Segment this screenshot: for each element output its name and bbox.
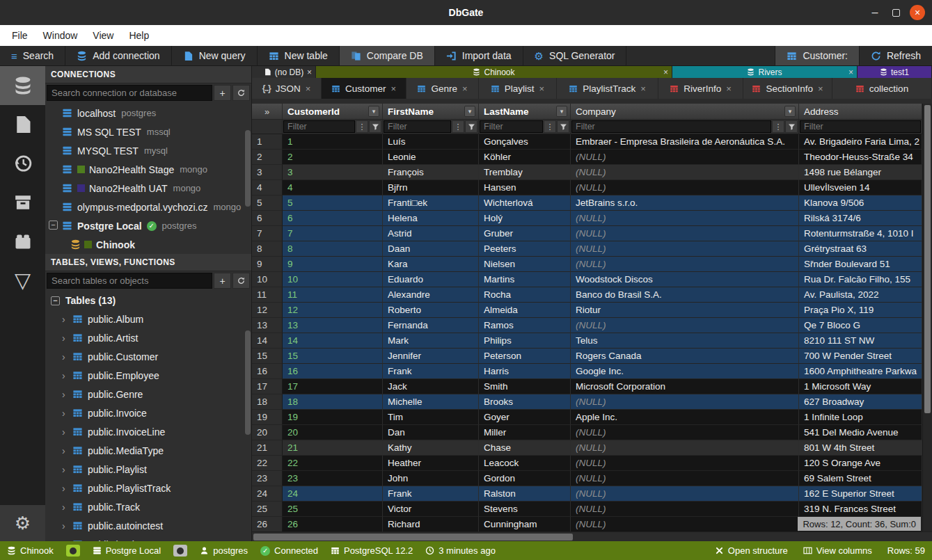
filter-input[interactable] xyxy=(480,120,543,133)
cell-company[interactable]: Microsoft Corporation xyxy=(571,379,799,394)
cell-company[interactable]: Banco do Brasil S.A. xyxy=(571,287,799,303)
close-icon[interactable]: × xyxy=(307,67,312,77)
cell-address[interactable]: 1 Microsoft Way xyxy=(799,379,922,394)
filter-funnel-button[interactable] xyxy=(465,120,477,133)
column-header[interactable]: Address xyxy=(799,104,922,120)
table-row[interactable]: 16 16 Frank Harris Google Inc. 1600 Amph… xyxy=(252,364,922,379)
cell-company[interactable]: (NULL) xyxy=(571,456,799,471)
cell-firstname[interactable]: Eduardo xyxy=(383,272,479,287)
table-item[interactable]: › public.booleantest xyxy=(45,535,251,541)
cell-address[interactable]: Theodor-Heuss-Straße 34 xyxy=(799,150,922,165)
connection-item[interactable]: MYSQL TEST mysql xyxy=(45,141,251,160)
cell-customerid[interactable]: 18 xyxy=(283,394,383,410)
table-row[interactable]: 5 5 Franti□ek Wichterlová JetBrains s.r.… xyxy=(252,195,922,211)
table-row[interactable]: 14 14 Mark Philips Telus 8210 111 ST NW xyxy=(252,333,922,349)
table-item[interactable]: › public.Employee xyxy=(45,366,251,385)
close-icon[interactable]: × xyxy=(539,83,545,94)
connection-item[interactable]: − Postgre Local ✓ postgres xyxy=(45,216,251,235)
connection-item[interactable]: Nano2Health UAT mongo xyxy=(45,179,251,198)
cell-customerid[interactable]: 4 xyxy=(283,180,383,195)
cell-address[interactable]: 8210 111 ST NW xyxy=(799,333,922,349)
connection-item[interactable]: Nano2Health Stage mongo xyxy=(45,160,251,179)
table-row[interactable]: 4 4 Bjřrn Hansen (NULL) Ullevİlsveien 14 xyxy=(252,180,922,195)
cell-lastname[interactable]: Gruber xyxy=(479,226,571,241)
cell-firstname[interactable]: Richard xyxy=(383,517,479,531)
cell-company[interactable]: Rogers Canada xyxy=(571,349,799,364)
cell-customerid[interactable]: 5 xyxy=(283,195,383,211)
cell-company[interactable]: (NULL) xyxy=(571,440,799,456)
cell-company[interactable]: Google Inc. xyxy=(571,364,799,379)
filter-menu-button[interactable]: ⋮ xyxy=(452,120,464,133)
cell-customerid[interactable]: 26 xyxy=(283,517,383,531)
connection-item[interactable]: MS SQL TEST mssql xyxy=(45,122,251,141)
cell-firstname[interactable]: Franti□ek xyxy=(383,195,479,211)
database-tab-group[interactable]: (no DB) × xyxy=(252,66,316,78)
cell-company[interactable]: (NULL) xyxy=(571,502,799,517)
tables-search-input[interactable] xyxy=(47,273,212,289)
cell-customerid[interactable]: 9 xyxy=(283,257,383,272)
table-item[interactable]: › public.InvoiceLine xyxy=(45,422,251,441)
toolbar-button[interactable]: Import data xyxy=(435,46,523,65)
table-row[interactable]: 21 21 Kathy Chase (NULL) 801 W 4th Stree… xyxy=(252,440,922,456)
cell-customerid[interactable]: 13 xyxy=(283,318,383,333)
cell-company[interactable]: Embraer - Empresa Brasileira de Aeronáut… xyxy=(571,134,799,150)
maximize-button[interactable] xyxy=(892,9,900,17)
filter-funnel-button[interactable] xyxy=(369,120,381,133)
chevron-right-icon[interactable]: › xyxy=(62,502,68,513)
close-icon[interactable]: × xyxy=(640,83,646,94)
filter-input[interactable] xyxy=(283,120,355,133)
cell-firstname[interactable]: Kathy xyxy=(383,440,479,456)
cell-company[interactable]: (NULL) xyxy=(571,425,799,440)
scrollbar-thumb[interactable] xyxy=(924,105,931,413)
table-row[interactable]: 12 12 Roberto Almeida Riotur Praça Pio X… xyxy=(252,303,922,318)
table-row[interactable]: 13 13 Fernanda Ramos (NULL) Qe 7 Bloco G xyxy=(252,318,922,333)
cell-address[interactable]: 162 E Superior Street xyxy=(799,486,922,502)
cell-customerid[interactable]: 21 xyxy=(283,440,383,456)
table-row[interactable]: 2 2 Leonie Köhler (NULL) Theodor-Heuss-S… xyxy=(252,150,922,165)
column-menu-button[interactable]: ▾ xyxy=(464,106,475,117)
cell-company[interactable]: Woodstock Discos xyxy=(571,272,799,287)
cell-address[interactable]: Av. Paulista, 2022 xyxy=(799,287,922,303)
cell-firstname[interactable]: François xyxy=(383,165,479,180)
cell-lastname[interactable]: Brooks xyxy=(479,394,571,410)
grid-vertical-scrollbar[interactable] xyxy=(922,104,932,531)
minimize-button[interactable]: – xyxy=(867,6,883,19)
column-header[interactable]: LastName ▾ xyxy=(479,104,571,120)
table-row[interactable]: 23 23 John Gordon (NULL) 69 Salem Street xyxy=(252,471,922,486)
chevron-right-icon[interactable]: › xyxy=(62,483,68,494)
cell-lastname[interactable]: Wichterlová xyxy=(479,195,571,211)
collapse-toggle-icon[interactable]: − xyxy=(51,296,60,305)
cell-firstname[interactable]: Jack xyxy=(383,379,479,394)
cell-lastname[interactable]: Almeida xyxy=(479,303,571,318)
table-item[interactable]: › public.Genre xyxy=(45,385,251,403)
activity-bar-item[interactable] xyxy=(0,144,45,183)
cell-customerid[interactable]: 25 xyxy=(283,502,383,517)
cell-lastname[interactable]: Rocha xyxy=(479,287,571,303)
tables-group[interactable]: − Tables (13) xyxy=(45,291,251,310)
chevron-right-icon[interactable]: › xyxy=(62,351,68,362)
toolbar-button[interactable]: New table xyxy=(258,46,340,65)
cell-firstname[interactable]: Tim xyxy=(383,410,479,425)
cell-lastname[interactable]: Peterson xyxy=(479,349,571,364)
add-connection-plus-button[interactable]: + xyxy=(214,85,231,101)
table-row[interactable]: 17 17 Jack Smith Microsoft Corporation 1… xyxy=(252,379,922,394)
chevron-right-icon[interactable]: › xyxy=(62,333,68,344)
table-item[interactable]: › public.autoinctest xyxy=(45,516,251,535)
statusbar-item[interactable] xyxy=(173,545,187,557)
cell-company[interactable]: (NULL) xyxy=(571,517,799,531)
table-item[interactable]: › public.Customer xyxy=(45,347,251,366)
table-row[interactable]: 7 7 Astrid Gruber (NULL) Rotenturmstraße… xyxy=(252,226,922,241)
filter-input[interactable] xyxy=(800,120,921,133)
cell-lastname[interactable]: Goyer xyxy=(479,410,571,425)
chevron-right-icon[interactable]: › xyxy=(62,408,68,419)
cell-customerid[interactable]: 22 xyxy=(283,456,383,471)
table-row[interactable]: 8 8 Daan Peeters (NULL) Grétrystraat 63 xyxy=(252,241,922,257)
cell-lastname[interactable]: Leacock xyxy=(479,456,571,471)
table-row[interactable]: 22 22 Heather Leacock (NULL) 120 S Orang… xyxy=(252,456,922,471)
cell-address[interactable]: 319 N. Frances Street xyxy=(799,502,922,517)
scrollbar-thumb[interactable] xyxy=(253,534,573,541)
chevron-right-icon[interactable]: › xyxy=(62,370,68,381)
statusbar-item[interactable] xyxy=(66,545,80,557)
statusbar-item[interactable]: Open structure xyxy=(715,545,788,556)
cell-firstname[interactable]: Kara xyxy=(383,257,479,272)
